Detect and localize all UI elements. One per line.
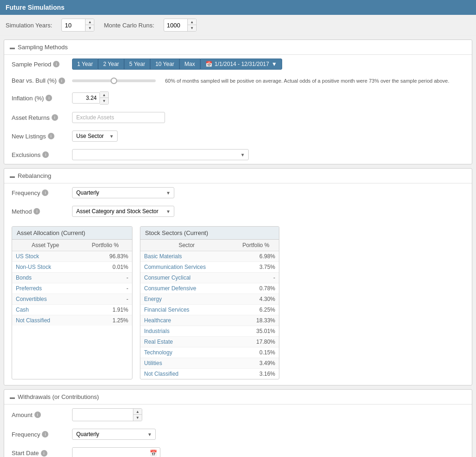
inflation-info-icon[interactable]: i	[46, 95, 52, 101]
asset-type-cell: Convertibles	[12, 294, 79, 305]
sim-years-label: Simulation Years:	[6, 22, 52, 29]
sector-name-cell: Basic Materials	[140, 251, 233, 262]
exclusions-row: Exclusions i ▼	[4, 145, 472, 164]
start-date-row: Start Date i 📅	[4, 444, 472, 457]
inflation-input[interactable]	[72, 92, 100, 104]
asset-type-cell: Not Classified	[12, 315, 79, 326]
sample-period-label-wrapper: Sample Period i	[12, 61, 67, 68]
sim-years-input[interactable]	[62, 20, 85, 30]
table-row: Non-US Stock0.01%	[12, 262, 132, 273]
sim-years-up[interactable]: ▲	[86, 19, 94, 25]
sector-name-cell: Industrials	[140, 326, 233, 337]
new-listings-select[interactable]: Use Sector Exclude Include	[72, 131, 118, 142]
sector-name-cell: Energy	[140, 294, 233, 305]
exclusions-info-icon[interactable]: i	[42, 151, 49, 158]
asset-type-cell: Non-US Stock	[12, 262, 79, 273]
sim-years-down[interactable]: ▼	[86, 25, 94, 31]
asset-type-cell: Preferreds	[12, 283, 79, 294]
asset-pct-cell: -	[79, 294, 132, 305]
monte-carlo-input[interactable]	[164, 20, 187, 30]
calendar-icon[interactable]: 📅	[147, 448, 160, 457]
rebalancing-frequency-row: Frequency i Quarterly Monthly Annually ▼	[4, 183, 472, 202]
asset-returns-input[interactable]	[72, 112, 165, 123]
sector-name-cell: Not Classified	[140, 369, 233, 379]
withdrawals-frequency-select[interactable]: Quarterly Monthly Annually	[72, 429, 156, 440]
amount-spinner: ▲ ▼	[133, 409, 142, 421]
inflation-down[interactable]: ▼	[100, 98, 108, 104]
withdrawals-frequency-info-icon[interactable]: i	[42, 431, 48, 437]
asset-returns-label: Asset Returns	[12, 114, 50, 121]
sector-name-cell: Technology	[140, 347, 233, 358]
new-listings-info-icon[interactable]: i	[48, 133, 54, 139]
bear-bull-description: 60% of months sampled will be positive o…	[165, 78, 449, 84]
sector-portfolio-pct-col-header: Portfolio %	[233, 240, 279, 251]
sector-pct-cell: 6.25%	[233, 305, 279, 315]
sector-pct-cell: 3.75%	[233, 262, 279, 273]
start-date-input[interactable]	[73, 448, 147, 457]
start-date-input-wrapper: 📅	[72, 447, 160, 457]
bear-bull-info-icon[interactable]: i	[59, 78, 65, 84]
stock-sectors-title: Stock Sectors (Current)	[140, 227, 279, 240]
amount-down[interactable]: ▼	[133, 415, 142, 421]
rebalancing-section: ▬ Rebalancing Frequency i Quarterly Mont…	[4, 168, 472, 385]
sector-pct-cell: 18.33%	[233, 315, 279, 326]
sampling-collapse-icon[interactable]: ▬	[10, 45, 15, 50]
period-1year-btn[interactable]: 1 Year	[72, 59, 98, 70]
sampling-section: ▬ Sampling Methods Sample Period i 1 Yea…	[4, 39, 472, 164]
withdrawals-collapse-icon[interactable]: ▬	[10, 394, 15, 400]
asset-type-cell: Cash	[12, 305, 79, 315]
sector-pct-cell: 17.80%	[233, 337, 279, 347]
monte-carlo-up[interactable]: ▲	[188, 19, 196, 25]
asset-pct-cell: -	[79, 273, 132, 283]
bear-bull-slider-thumb[interactable]	[111, 78, 117, 84]
rebalancing-frequency-select[interactable]: Quarterly Monthly Annually	[72, 187, 174, 198]
monte-carlo-spinner: ▲ ▼	[187, 19, 196, 31]
table-row: Technology0.15%	[140, 347, 279, 358]
rebalancing-method-select[interactable]: Asset Category and Stock Sector Asset Ca…	[72, 206, 174, 217]
rebalancing-method-select-wrapper: Asset Category and Stock Sector Asset Ca…	[72, 206, 174, 217]
inflation-input-wrapper: ▲ ▼	[72, 91, 109, 104]
date-range-text: 1/1/2014 - 12/31/2017	[215, 61, 269, 67]
sector-pct-cell: 0.15%	[233, 347, 279, 358]
period-10year-btn[interactable]: 10 Year	[150, 59, 179, 70]
start-date-label-wrapper: Start Date i	[12, 450, 67, 457]
sector-name-cell: Consumer Defensive	[140, 283, 233, 294]
asset-pct-cell: -	[79, 283, 132, 294]
monte-carlo-down[interactable]: ▼	[188, 25, 196, 31]
table-row: Utilities3.49%	[140, 358, 279, 369]
period-max-btn[interactable]: Max	[179, 59, 200, 70]
asset-type-cell: Bonds	[12, 273, 79, 283]
rebalancing-frequency-select-wrapper: Quarterly Monthly Annually ▼	[72, 187, 174, 198]
amount-label-wrapper: Amount i	[12, 411, 67, 418]
bear-bull-slider-container	[72, 79, 156, 82]
rebalancing-collapse-icon[interactable]: ▬	[10, 173, 15, 179]
withdrawals-frequency-row: Frequency i Quarterly Monthly Annually ▼	[4, 425, 472, 444]
start-date-info-icon[interactable]: i	[41, 450, 47, 457]
table-row: Convertibles-	[12, 294, 132, 305]
amount-info-icon[interactable]: i	[34, 411, 41, 418]
start-date-label: Start Date	[12, 450, 39, 457]
inflation-up[interactable]: ▲	[100, 92, 108, 98]
monte-carlo-label: Monte Carlo Runs:	[104, 22, 154, 29]
date-range-btn[interactable]: 📅 1/1/2014 - 12/31/2017 ▼	[200, 59, 282, 70]
page-title: Future Simulations	[6, 4, 65, 11]
period-5year-btn[interactable]: 5 Year	[124, 59, 150, 70]
page-header: Future Simulations	[0, 0, 476, 15]
amount-up[interactable]: ▲	[133, 409, 142, 415]
asset-returns-info-icon[interactable]: i	[52, 114, 58, 121]
exclusions-label: Exclusions	[12, 151, 40, 158]
sample-period-info-icon[interactable]: i	[53, 61, 60, 67]
table-row: Consumer Cyclical-	[140, 273, 279, 283]
simulation-years-row: Simulation Years: ▲ ▼ Monte Carlo Runs: …	[0, 15, 476, 36]
table-row: US Stock96.83%	[12, 251, 132, 262]
rebalancing-frequency-info-icon[interactable]: i	[42, 189, 48, 196]
inflation-label: Inflation (%)	[12, 95, 44, 102]
rebalancing-method-label-wrapper: Method i	[12, 208, 67, 215]
amount-input[interactable]	[73, 410, 133, 420]
withdrawals-frequency-select-wrapper: Quarterly Monthly Annually ▼	[72, 429, 156, 440]
sector-name-cell: Healthcare	[140, 315, 233, 326]
period-2year-btn[interactable]: 2 Year	[98, 59, 124, 70]
rebalancing-method-info-icon[interactable]: i	[33, 208, 40, 215]
exclusions-select[interactable]	[72, 149, 249, 160]
sample-period-row: Sample Period i 1 Year 2 Year 5 Year 10 …	[4, 55, 472, 73]
